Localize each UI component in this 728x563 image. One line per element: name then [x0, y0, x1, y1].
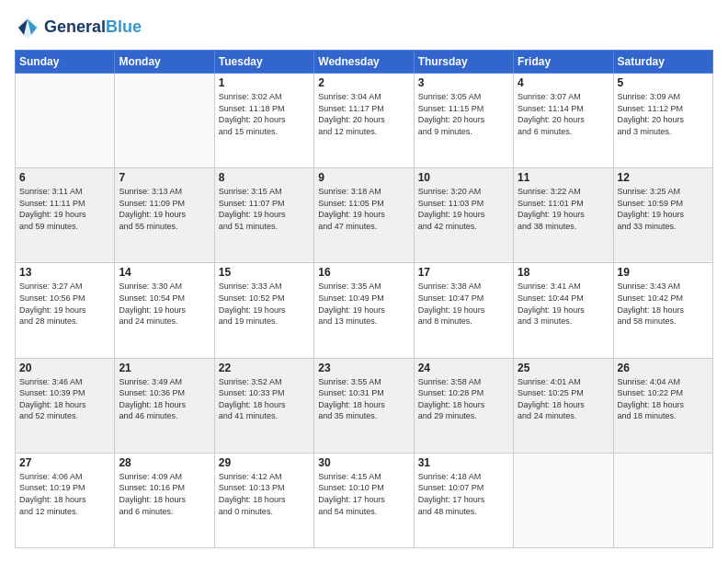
page-header: GeneralBlue: [15, 15, 713, 40]
day-number: 24: [418, 362, 509, 374]
day-info: Sunrise: 4:04 AM Sunset: 10:22 PM Daylig…: [618, 376, 709, 422]
day-info: Sunrise: 4:06 AM Sunset: 10:19 PM Daylig…: [19, 471, 110, 517]
day-number: 6: [19, 171, 110, 184]
calendar-table: SundayMondayTuesdayWednesdayThursdayFrid…: [15, 50, 713, 548]
day-number: 27: [19, 456, 110, 469]
day-number: 21: [119, 362, 210, 374]
calendar-cell: 26Sunrise: 4:04 AM Sunset: 10:22 PM Dayl…: [613, 358, 712, 453]
day-info: Sunrise: 3:27 AM Sunset: 10:56 PM Daylig…: [19, 281, 110, 327]
day-info: Sunrise: 3:33 AM Sunset: 10:52 PM Daylig…: [219, 281, 310, 327]
day-number: 11: [518, 171, 609, 184]
calendar-cell: 2Sunrise: 3:04 AM Sunset: 11:17 PM Dayli…: [314, 74, 414, 168]
day-header-friday: Friday: [514, 51, 613, 74]
calendar-cell: 5Sunrise: 3:09 AM Sunset: 11:12 PM Dayli…: [613, 74, 712, 168]
day-number: 9: [318, 171, 409, 184]
day-number: 29: [219, 456, 310, 469]
day-header-thursday: Thursday: [414, 51, 513, 74]
day-info: Sunrise: 3:22 AM Sunset: 11:01 PM Daylig…: [518, 186, 609, 232]
day-number: 31: [418, 456, 509, 469]
day-header-tuesday: Tuesday: [214, 51, 313, 74]
day-number: 7: [119, 171, 210, 184]
calendar-cell: 4Sunrise: 3:07 AM Sunset: 11:14 PM Dayli…: [514, 74, 613, 168]
calendar-cell: 22Sunrise: 3:52 AM Sunset: 10:33 PM Dayl…: [214, 358, 313, 453]
day-info: Sunrise: 4:15 AM Sunset: 10:10 PM Daylig…: [318, 471, 409, 517]
day-info: Sunrise: 3:25 AM Sunset: 10:59 PM Daylig…: [618, 186, 709, 232]
calendar-cell: 27Sunrise: 4:06 AM Sunset: 10:19 PM Dayl…: [16, 453, 115, 547]
calendar-cell: 25Sunrise: 4:01 AM Sunset: 10:25 PM Dayl…: [514, 358, 613, 453]
day-info: Sunrise: 3:04 AM Sunset: 11:17 PM Daylig…: [318, 91, 409, 137]
day-header-wednesday: Wednesday: [314, 51, 414, 74]
calendar-cell: 1Sunrise: 3:02 AM Sunset: 11:18 PM Dayli…: [214, 74, 313, 168]
day-info: Sunrise: 3:02 AM Sunset: 11:18 PM Daylig…: [219, 91, 310, 137]
calendar-cell: 19Sunrise: 3:43 AM Sunset: 10:42 PM Dayl…: [613, 263, 712, 358]
day-info: Sunrise: 3:13 AM Sunset: 11:09 PM Daylig…: [119, 186, 210, 232]
day-number: 2: [318, 76, 409, 89]
day-info: Sunrise: 4:12 AM Sunset: 10:13 PM Daylig…: [219, 471, 310, 517]
day-header-saturday: Saturday: [613, 51, 712, 74]
day-info: Sunrise: 3:55 AM Sunset: 10:31 PM Daylig…: [318, 376, 409, 422]
day-number: 30: [318, 456, 409, 469]
day-info: Sunrise: 4:18 AM Sunset: 10:07 PM Daylig…: [418, 471, 509, 517]
day-info: Sunrise: 3:30 AM Sunset: 10:54 PM Daylig…: [119, 281, 210, 327]
day-number: 10: [418, 171, 509, 184]
day-info: Sunrise: 3:07 AM Sunset: 11:14 PM Daylig…: [518, 91, 609, 137]
day-number: 17: [418, 266, 509, 279]
calendar-header-row: SundayMondayTuesdayWednesdayThursdayFrid…: [16, 51, 713, 74]
day-info: Sunrise: 3:38 AM Sunset: 10:47 PM Daylig…: [418, 281, 509, 327]
day-info: Sunrise: 3:52 AM Sunset: 10:33 PM Daylig…: [219, 376, 310, 422]
calendar-cell: 6Sunrise: 3:11 AM Sunset: 11:11 PM Dayli…: [16, 168, 115, 263]
day-number: 12: [618, 171, 709, 184]
logo-text: GeneralBlue: [44, 18, 142, 37]
calendar-cell: 9Sunrise: 3:18 AM Sunset: 11:05 PM Dayli…: [314, 168, 414, 263]
calendar-cell: 10Sunrise: 3:20 AM Sunset: 11:03 PM Dayl…: [414, 168, 513, 263]
calendar-cell: 12Sunrise: 3:25 AM Sunset: 10:59 PM Dayl…: [613, 168, 712, 263]
day-number: 23: [318, 362, 409, 374]
calendar-week-3: 13Sunrise: 3:27 AM Sunset: 10:56 PM Dayl…: [16, 263, 713, 358]
calendar-cell: 31Sunrise: 4:18 AM Sunset: 10:07 PM Dayl…: [414, 453, 513, 547]
day-number: 26: [618, 362, 709, 374]
calendar-cell: 30Sunrise: 4:15 AM Sunset: 10:10 PM Dayl…: [314, 453, 414, 547]
calendar-cell: 7Sunrise: 3:13 AM Sunset: 11:09 PM Dayli…: [115, 168, 214, 263]
day-info: Sunrise: 3:46 AM Sunset: 10:39 PM Daylig…: [19, 376, 110, 422]
day-number: 28: [119, 456, 210, 469]
calendar-cell: 18Sunrise: 3:41 AM Sunset: 10:44 PM Dayl…: [514, 263, 613, 358]
calendar-cell: 13Sunrise: 3:27 AM Sunset: 10:56 PM Dayl…: [16, 263, 115, 358]
calendar-cell: 24Sunrise: 3:58 AM Sunset: 10:28 PM Dayl…: [414, 358, 513, 453]
day-info: Sunrise: 3:15 AM Sunset: 11:07 PM Daylig…: [219, 186, 310, 232]
calendar-cell: 23Sunrise: 3:55 AM Sunset: 10:31 PM Dayl…: [314, 358, 414, 453]
day-header-monday: Monday: [115, 51, 214, 74]
day-number: 14: [119, 266, 210, 279]
day-number: 25: [518, 362, 609, 374]
calendar-cell: 28Sunrise: 4:09 AM Sunset: 10:16 PM Dayl…: [115, 453, 214, 547]
day-info: Sunrise: 3:43 AM Sunset: 10:42 PM Daylig…: [618, 281, 709, 327]
day-number: 13: [19, 266, 110, 279]
day-info: Sunrise: 3:05 AM Sunset: 11:15 PM Daylig…: [418, 91, 509, 137]
calendar-cell: [16, 74, 115, 168]
calendar-cell: 3Sunrise: 3:05 AM Sunset: 11:15 PM Dayli…: [414, 74, 513, 168]
day-number: 15: [219, 266, 310, 279]
calendar-week-4: 20Sunrise: 3:46 AM Sunset: 10:39 PM Dayl…: [16, 358, 713, 453]
day-number: 8: [219, 171, 310, 184]
day-info: Sunrise: 3:49 AM Sunset: 10:36 PM Daylig…: [119, 376, 210, 422]
day-number: 5: [618, 76, 709, 89]
day-info: Sunrise: 3:09 AM Sunset: 11:12 PM Daylig…: [618, 91, 709, 137]
calendar-cell: [115, 74, 214, 168]
calendar-cell: 17Sunrise: 3:38 AM Sunset: 10:47 PM Dayl…: [414, 263, 513, 358]
logo: GeneralBlue: [15, 15, 142, 40]
day-number: 1: [219, 76, 310, 89]
day-info: Sunrise: 4:09 AM Sunset: 10:16 PM Daylig…: [119, 471, 210, 517]
day-info: Sunrise: 3:20 AM Sunset: 11:03 PM Daylig…: [418, 186, 509, 232]
calendar-cell: 11Sunrise: 3:22 AM Sunset: 11:01 PM Dayl…: [514, 168, 613, 263]
calendar-cell: [514, 453, 613, 547]
day-info: Sunrise: 3:41 AM Sunset: 10:44 PM Daylig…: [518, 281, 609, 327]
calendar-week-1: 1Sunrise: 3:02 AM Sunset: 11:18 PM Dayli…: [16, 74, 713, 168]
calendar-cell: 14Sunrise: 3:30 AM Sunset: 10:54 PM Dayl…: [115, 263, 214, 358]
day-number: 18: [518, 266, 609, 279]
calendar-cell: 20Sunrise: 3:46 AM Sunset: 10:39 PM Dayl…: [16, 358, 115, 453]
day-number: 4: [518, 76, 609, 89]
calendar-cell: 15Sunrise: 3:33 AM Sunset: 10:52 PM Dayl…: [214, 263, 313, 358]
day-info: Sunrise: 3:35 AM Sunset: 10:49 PM Daylig…: [318, 281, 409, 327]
day-number: 19: [618, 266, 709, 279]
calendar-cell: 8Sunrise: 3:15 AM Sunset: 11:07 PM Dayli…: [214, 168, 313, 263]
day-number: 3: [418, 76, 509, 89]
